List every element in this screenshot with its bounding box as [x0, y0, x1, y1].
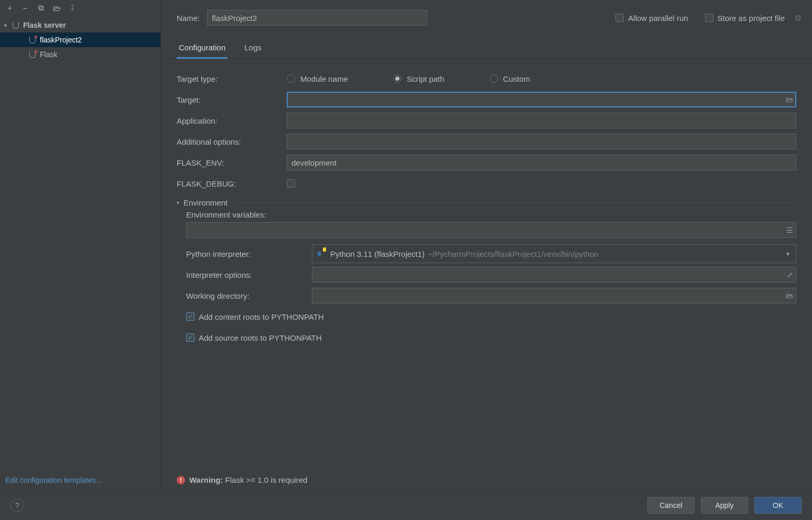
checkbox-icon — [705, 14, 713, 22]
working-dir-input[interactable] — [312, 288, 796, 304]
flask-error-icon — [28, 36, 37, 44]
flask-debug-checkbox[interactable] — [287, 179, 295, 188]
target-type-label: Target type: — [177, 74, 282, 83]
radio-label: Custom — [503, 74, 530, 83]
add-content-roots-checkbox[interactable]: Add content roots to PYTHONPATH — [186, 312, 324, 321]
config-tree: ▾ Flask server flaskProject2 Flask — [0, 16, 160, 472]
tabs: Configuration Logs — [161, 43, 812, 59]
sidebar-toolbar: ＋ − ⧉ 🗁 ↧ — [0, 0, 160, 16]
radio-icon — [490, 74, 498, 83]
allow-parallel-label: Allow parallel run — [628, 14, 688, 23]
ok-button[interactable]: OK — [754, 497, 802, 514]
chevron-down-icon: ▾ — [4, 23, 12, 28]
radio-label: Script path — [407, 74, 445, 83]
interpreter-label: Python interpreter: — [186, 250, 307, 258]
chevron-down-icon[interactable]: ▾ — [177, 200, 179, 205]
folder-icon[interactable]: 🗁 — [51, 3, 62, 13]
application-label: Application: — [177, 116, 282, 125]
bottom-bar: ? Cancel Apply OK — [0, 490, 812, 520]
checkbox-icon — [186, 312, 194, 321]
flask-env-label: FLASK_ENV: — [177, 158, 282, 167]
flask-debug-label: FLASK_DEBUG: — [177, 179, 282, 188]
store-as-file-label: Store as project file — [718, 14, 785, 23]
warning-text: Flask >= 1.0 is required — [225, 475, 308, 484]
allow-parallel-checkbox[interactable]: Allow parallel run — [615, 14, 688, 23]
target-input[interactable] — [287, 92, 796, 107]
interpreter-dropdown[interactable]: Python 3.11 (flaskProject1) ~/PycharmPro… — [312, 244, 796, 263]
apply-button[interactable]: Apply — [701, 497, 748, 514]
tree-item-label: Flask — [40, 50, 57, 59]
env-vars-input[interactable] — [186, 222, 796, 238]
cancel-button[interactable]: Cancel — [647, 497, 695, 514]
interpreter-options-label: Interpreter options: — [186, 270, 307, 279]
form-area: Target type: Module name Script path Cus… — [161, 59, 812, 470]
tree-group-flask-server[interactable]: ▾ Flask server — [0, 18, 160, 32]
store-as-file-checkbox[interactable]: Store as project file — [705, 14, 785, 23]
name-label: Name: — [177, 14, 200, 23]
interpreter-name: Python 3.11 (flaskProject1) — [330, 250, 425, 258]
warning-icon: ! — [177, 476, 185, 484]
tree-group-label: Flask server — [23, 21, 66, 29]
radio-label: Module name — [300, 74, 348, 83]
checkbox-icon — [186, 333, 194, 342]
radio-module-name[interactable]: Module name — [287, 74, 348, 83]
remove-icon[interactable]: − — [20, 3, 30, 13]
radio-script-path[interactable]: Script path — [393, 74, 445, 83]
environment-section-label: Environment — [183, 198, 228, 207]
add-source-roots-checkbox[interactable]: Add source roots to PYTHONPATH — [186, 333, 322, 342]
tab-configuration[interactable]: Configuration — [177, 43, 228, 59]
tree-item-label: flaskProject2 — [40, 36, 82, 44]
add-icon[interactable]: ＋ — [4, 3, 15, 13]
application-input[interactable] — [287, 113, 796, 128]
tree-item-flask[interactable]: Flask — [0, 47, 160, 62]
radio-custom[interactable]: Custom — [490, 74, 530, 83]
warning-line: ! Warning: Flask >= 1.0 is required — [161, 470, 812, 490]
edit-templates-link[interactable]: Edit configuration templates... — [5, 476, 102, 484]
divider — [236, 202, 796, 203]
name-input[interactable] — [207, 10, 427, 26]
flask-error-icon — [28, 50, 37, 59]
working-dir-label: Working directory: — [186, 291, 307, 300]
additional-options-label: Additional options: — [177, 137, 282, 146]
target-label: Target: — [177, 95, 282, 104]
flask-icon — [12, 21, 20, 29]
help-button[interactable]: ? — [10, 499, 24, 512]
gear-icon[interactable]: ⚙ — [794, 13, 802, 23]
sort-icon[interactable]: ↧ — [67, 3, 78, 13]
env-vars-label: Environment variables: — [186, 210, 266, 219]
checkbox-icon — [615, 14, 624, 22]
python-icon — [318, 250, 326, 258]
radio-icon — [393, 74, 402, 83]
interpreter-path: ~/PycharmProjects/flaskProject1/venv/bin… — [428, 250, 599, 258]
interpreter-options-input[interactable] — [312, 267, 796, 283]
copy-icon[interactable]: ⧉ — [36, 3, 46, 13]
chevron-down-icon: ▼ — [785, 251, 791, 257]
flask-env-input[interactable] — [287, 155, 796, 170]
right-panel: Name: Allow parallel run Store as projec… — [161, 0, 812, 490]
checkbox-label: Add source roots to PYTHONPATH — [199, 333, 322, 342]
warning-prefix: Warning: — [189, 475, 223, 484]
left-panel: ＋ − ⧉ 🗁 ↧ ▾ Flask server flaskProject2 F… — [0, 0, 161, 490]
radio-icon — [287, 74, 295, 83]
checkbox-label: Add content roots to PYTHONPATH — [199, 312, 324, 321]
tab-logs[interactable]: Logs — [242, 43, 264, 59]
additional-options-input[interactable] — [287, 134, 796, 149]
tree-item-flaskproject2[interactable]: flaskProject2 — [0, 32, 160, 47]
